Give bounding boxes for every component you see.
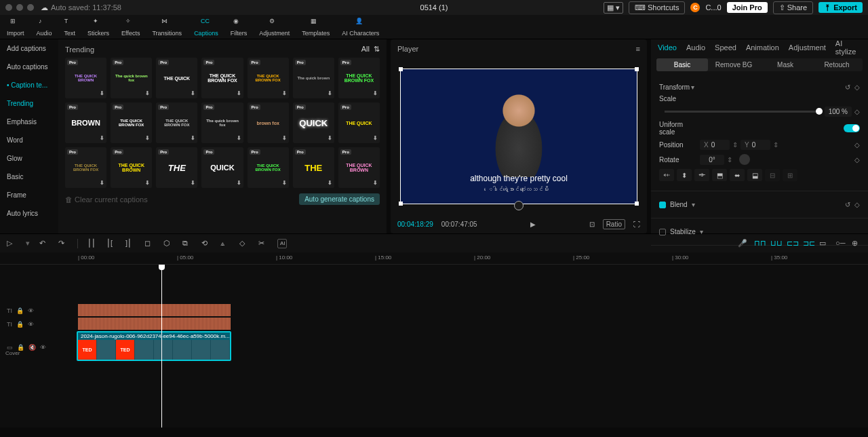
- inspector-tab-adjustment[interactable]: Adjustment: [789, 43, 826, 52]
- caption-template-10[interactable]: ProThe quick brown fox⬇: [201, 102, 243, 143]
- position-y-input[interactable]: Y0: [741, 140, 770, 150]
- eye-icon[interactable]: 👁: [28, 307, 34, 314]
- reverse-icon[interactable]: ⟲: [201, 239, 211, 248]
- video-preview[interactable]: although they're pretty cool ေဒါင်ရဲ့အော…: [400, 69, 637, 204]
- player-menu-icon[interactable]: ≡: [636, 45, 640, 53]
- caption-template-4[interactable]: ProTHE QUICK BROWN FOX⬇: [248, 58, 289, 98]
- rotate-tool-icon[interactable]: ◇: [239, 239, 249, 248]
- align-bottom-icon[interactable]: ⬓: [747, 169, 762, 181]
- caption-template-18[interactable]: ProTHE QUICK BROWN FOX⬇: [248, 147, 289, 188]
- timeline-ruler[interactable]: | 00:00| 05:00| 10:00| 15:00| 20:00| 25:…: [0, 252, 868, 265]
- sidebar-item-8[interactable]: Frame: [0, 186, 58, 204]
- distribute-v-icon[interactable]: ⊞: [783, 169, 797, 181]
- caption-template-0[interactable]: ProTHE QUICK BROWN⬇: [65, 58, 106, 98]
- sidebar-item-1[interactable]: Auto captions: [0, 58, 58, 76]
- mask-tool-icon[interactable]: ⬡: [163, 239, 173, 248]
- tool-captions[interactable]: CCCaptions: [194, 18, 218, 37]
- crop-icon[interactable]: ✂: [258, 239, 268, 248]
- fullscreen-icon[interactable]: ⛶: [633, 221, 640, 228]
- stabilize-checkbox[interactable]: [659, 229, 666, 235]
- download-icon[interactable]: ⬇: [328, 135, 332, 141]
- video-clip[interactable]: 2024-jason-rugolo-006-962d2374-ee94-46ec…: [77, 331, 231, 361]
- stabilize-label[interactable]: Stabilize: [670, 228, 696, 235]
- caption-template-19[interactable]: ProTHE⬇: [293, 147, 334, 188]
- link-2-icon[interactable]: ⊐⊏: [803, 239, 812, 248]
- redo-icon[interactable]: ↷: [58, 239, 68, 248]
- tool-ai-characters[interactable]: 👤AI Characters: [342, 18, 379, 37]
- caption-template-20[interactable]: ProTHE QUICK BROWN⬇: [338, 147, 380, 188]
- preview-icon[interactable]: ▭: [819, 239, 829, 248]
- split-icon[interactable]: ⎮⎮: [87, 239, 97, 248]
- download-icon[interactable]: ⬇: [145, 135, 150, 141]
- download-icon[interactable]: ⬇: [373, 90, 378, 96]
- inspector-subtab-retouch[interactable]: Retouch: [811, 58, 863, 71]
- audio-clip-2[interactable]: [78, 318, 231, 330]
- eye-icon[interactable]: 👁: [28, 321, 34, 328]
- ratio-button[interactable]: Ratio: [603, 219, 625, 229]
- caption-template-7[interactable]: ProBROWN⬇: [65, 102, 106, 143]
- rotate-value[interactable]: 0°: [700, 155, 724, 165]
- inspector-tab-audio[interactable]: Audio: [686, 43, 705, 52]
- ai-icon[interactable]: AI: [277, 239, 287, 248]
- download-icon[interactable]: ⬇: [282, 90, 287, 96]
- inspector-tab-animation[interactable]: Animation: [746, 43, 779, 52]
- download-icon[interactable]: ⬇: [100, 180, 104, 186]
- tool-templates[interactable]: ▦Templates: [302, 18, 330, 37]
- lock-icon[interactable]: 🔒: [16, 321, 24, 328]
- sidebar-item-4[interactable]: Emphasis: [0, 113, 58, 131]
- link-1-icon[interactable]: ⊏⊐: [787, 239, 796, 248]
- rotate-handle[interactable]: [514, 201, 524, 210]
- playhead[interactable]: [161, 265, 162, 428]
- cover-label[interactable]: Cover: [5, 350, 20, 356]
- caption-template-12[interactable]: ProQUICK⬇: [293, 102, 334, 143]
- sidebar-item-0[interactable]: Add captions: [0, 39, 58, 58]
- caption-template-15[interactable]: ProTHE QUICK BROWN⬇: [111, 147, 152, 188]
- download-icon[interactable]: ⬇: [328, 90, 332, 96]
- blend-checkbox[interactable]: [659, 202, 666, 208]
- download-icon[interactable]: ⬇: [145, 90, 150, 96]
- scale-value[interactable]: 100 %: [825, 107, 852, 117]
- align-left-icon[interactable]: ⬴: [659, 169, 674, 181]
- uniform-scale-toggle[interactable]: [844, 124, 860, 132]
- pointer-tool-icon[interactable]: ▷: [7, 239, 16, 248]
- split-right-icon[interactable]: ]⎮: [125, 239, 135, 248]
- reset-icon[interactable]: ↺: [845, 83, 850, 91]
- tool-audio[interactable]: ♪Audio: [37, 18, 52, 37]
- tool-effects[interactable]: ✧Effects: [121, 18, 140, 37]
- eye-icon[interactable]: 👁: [40, 344, 46, 351]
- window-controls[interactable]: [5, 4, 34, 11]
- share-button[interactable]: ⇧ Share: [773, 1, 813, 14]
- magnet-2-icon[interactable]: ⊔⊔: [770, 239, 780, 248]
- crop-tool-icon[interactable]: ◻: [144, 239, 154, 248]
- export-button[interactable]: ⭱ Export: [818, 2, 863, 13]
- download-icon[interactable]: ⬇: [100, 90, 104, 96]
- tool-adjustment[interactable]: ⚙Adjustment: [259, 18, 290, 37]
- caption-template-17[interactable]: ProQUICK⬇: [201, 147, 243, 188]
- filter-all[interactable]: All: [361, 45, 370, 54]
- download-icon[interactable]: ⬇: [100, 135, 104, 141]
- lock-icon[interactable]: 🔒: [16, 307, 24, 314]
- caption-template-2[interactable]: ProTHE QUICK⬇: [156, 58, 197, 98]
- inspector-tab-speed[interactable]: Speed: [715, 43, 736, 52]
- download-icon[interactable]: ⬇: [373, 135, 378, 141]
- align-center-h-icon[interactable]: ⬍: [677, 169, 692, 181]
- magnet-1-icon[interactable]: ⊓⊓: [754, 239, 764, 248]
- tool-text[interactable]: TText: [64, 18, 76, 37]
- caption-template-9[interactable]: ProTHE QUICK BROWN FOX⬇: [156, 102, 197, 143]
- inspector-subtab-mask[interactable]: Mask: [760, 58, 811, 71]
- shortcuts-button[interactable]: ⌨ Shortcuts: [629, 1, 686, 14]
- distribute-h-icon[interactable]: ⊟: [765, 169, 780, 181]
- caption-template-13[interactable]: ProTHE QUICK⬇: [338, 102, 380, 143]
- play-button[interactable]: ▶: [530, 221, 536, 228]
- sidebar-item-2[interactable]: • Caption te...: [0, 76, 58, 94]
- sort-icon[interactable]: ⇅: [374, 45, 380, 54]
- download-icon[interactable]: ⬇: [328, 180, 332, 186]
- undo-icon[interactable]: ↶: [39, 239, 49, 248]
- join-pro-button[interactable]: Join Pro: [727, 2, 768, 13]
- keyframe-icon[interactable]: ◇: [854, 141, 860, 149]
- caption-template-1[interactable]: ProThe quick brown fox⬇: [111, 58, 152, 98]
- blend-label[interactable]: Blend: [670, 201, 688, 208]
- layout-icon[interactable]: ▦ ▾: [604, 2, 623, 14]
- audio-clip-1[interactable]: [78, 304, 231, 316]
- caption-template-11[interactable]: Probrown fox⬇: [248, 102, 289, 143]
